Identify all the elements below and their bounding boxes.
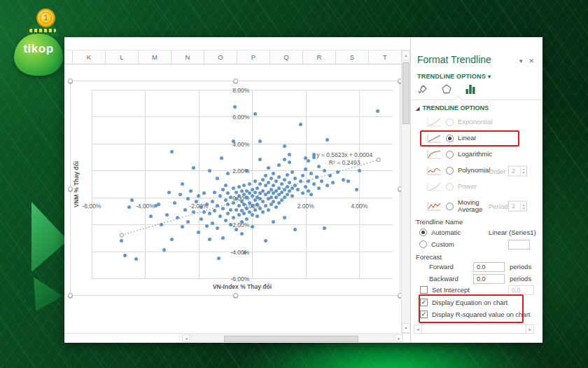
scatter-point[interactable] [336,170,340,174]
effects-tab[interactable] [440,83,453,96]
scatter-point[interactable] [234,197,238,200]
scatter-point[interactable] [283,178,286,182]
scatter-point[interactable] [267,208,270,212]
pane-horizontal-scrollbar[interactable]: ◄ ► [414,325,534,334]
scatter-point[interactable] [205,203,209,206]
scatter-point[interactable] [312,182,316,186]
scatter-point[interactable] [134,257,138,261]
scatter-point[interactable] [229,223,232,226]
scatter-point[interactable] [280,182,284,186]
scatter-point[interactable] [267,166,270,170]
scatter-point[interactable] [286,185,289,189]
scatter-point[interactable] [240,232,244,236]
logarithmic-radio[interactable] [446,151,454,158]
scatter-point[interactable] [240,189,244,193]
scatter-point[interactable] [200,205,203,209]
automatic-radio[interactable] [419,229,427,236]
scatter-point[interactable] [323,169,326,172]
scatter-point[interactable] [205,224,209,228]
scatter-point[interactable] [261,189,265,193]
moving-average-spinner[interactable]: 2▲▼ [508,201,527,212]
column-header-m[interactable]: M [138,50,171,64]
trendline-option-exponential[interactable]: Exponential [411,114,542,130]
scatter-point[interactable] [253,179,257,183]
scatter-point[interactable] [237,213,241,217]
scatter-point[interactable] [229,208,232,212]
scatter-point[interactable] [264,239,267,243]
scatter-point[interactable] [251,204,254,207]
scatter-point[interactable] [331,181,335,184]
pane-scroll-track[interactable] [422,325,526,334]
scatter-point[interactable] [240,220,244,224]
scatter-point[interactable] [232,186,235,190]
fill-line-tab[interactable] [416,83,429,96]
chart-selection-handle[interactable] [68,293,73,298]
scatter-point[interactable] [258,139,262,143]
scatter-point[interactable] [232,201,235,205]
scatter-point[interactable] [173,201,176,205]
scatter-point[interactable] [213,191,216,194]
trendline-option-power[interactable]: Power [411,179,542,195]
column-header-l[interactable]: L [105,50,138,64]
scatter-point[interactable] [358,169,361,172]
trendline-options-section-header[interactable]: ◢TRENDLINE OPTIONS [416,104,489,111]
sheet-vertical-scrollbar[interactable]: ▲ ▼ [401,50,410,333]
pane-close-icon[interactable]: ✕ [528,57,534,64]
scatter-point[interactable] [355,188,358,191]
scatter-point[interactable] [170,238,174,241]
horizontal-scroll-thumb[interactable] [224,336,358,342]
scatter-point[interactable] [264,184,267,187]
scatter-point[interactable] [253,191,257,194]
scatter-point[interactable] [160,223,163,226]
scatter-point[interactable] [258,207,262,210]
x-axis-title[interactable]: VN-Index % Thay đổi [92,283,393,290]
chart-object[interactable]: y = 0.5823x + 0.0004 R² = 0.2493 -6.00%-… [70,81,400,296]
scroll-right-button[interactable]: ► [526,325,534,334]
column-header-n[interactable]: N [171,50,204,64]
chart-selection-handle[interactable] [68,186,73,191]
scatter-point[interactable] [283,144,286,148]
scatter-point[interactable] [326,184,329,187]
scatter-point[interactable] [274,205,278,209]
scatter-point[interactable] [253,112,257,116]
scatter-point[interactable] [211,200,214,203]
backward-input[interactable]: 0.0 [473,274,505,284]
scatter-point[interactable] [208,212,211,215]
scatter-point[interactable] [283,216,286,219]
scatter-point[interactable] [234,191,238,194]
scatter-point[interactable] [248,182,251,186]
power-radio[interactable] [446,183,454,191]
chart-selection-handle[interactable] [68,79,73,83]
scroll-down-button[interactable]: ▼ [402,323,410,333]
trendline-equation-label[interactable]: y = 0.5823x + 0.0004 R² = 0.2493 [316,151,372,167]
scatter-point[interactable] [245,169,248,172]
scatter-point[interactable] [307,189,310,193]
scroll-left-button[interactable]: ◄ [414,325,422,334]
scatter-point[interactable] [217,257,220,260]
scatter-point[interactable] [253,208,257,212]
scatter-point[interactable] [157,203,160,206]
scatter-point[interactable] [167,191,171,194]
pane-menu-arrow-icon[interactable]: ▾ [519,57,523,64]
scatter-point[interactable] [251,213,254,217]
chart-options-tab[interactable] [464,83,477,96]
scatter-point[interactable] [127,205,131,209]
scatter-point[interactable] [312,153,316,156]
vertical-scroll-thumb[interactable] [402,62,410,124]
scatter-point[interactable] [286,173,289,177]
scroll-left-button[interactable]: ◄ [182,334,190,342]
exponential-radio[interactable] [446,118,454,126]
moving-average-radio[interactable] [446,203,454,210]
scatter-point[interactable] [149,214,153,218]
scatter-point[interactable] [224,198,227,202]
scatter-point[interactable] [232,139,235,143]
scatter-point[interactable] [296,188,300,191]
trendline-option-logarithmic[interactable]: Logarithmic [411,146,542,163]
custom-radio[interactable] [419,240,427,248]
polynomial-spinner[interactable]: 2▲▼ [508,165,527,176]
trendline-option-linear[interactable]: Linear [411,130,542,146]
scatter-point[interactable] [234,208,238,212]
scatter-point[interactable] [186,220,190,224]
scroll-up-button[interactable]: ▲ [402,50,410,60]
trendline-option-moving-average[interactable]: Moving AveragePeriod2▲▼ [411,195,542,217]
